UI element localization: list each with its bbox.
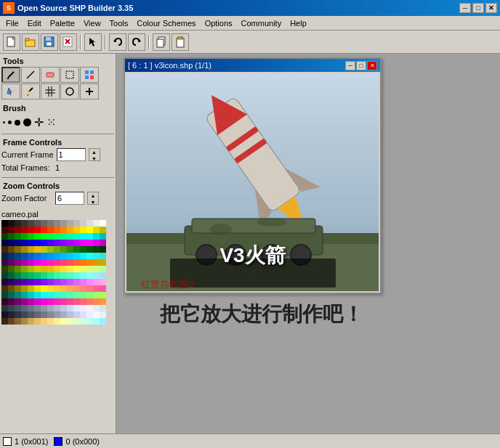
palette-cell[interactable]: [67, 220, 73, 227]
palette-cell[interactable]: [1, 311, 8, 318]
palette-cell[interactable]: [54, 272, 60, 279]
palette-cell[interactable]: [34, 253, 41, 259]
palette-cell[interactable]: [54, 305, 60, 311]
palette-cell[interactable]: [86, 246, 93, 253]
palette-cell[interactable]: [15, 318, 21, 325]
palette-cell[interactable]: [86, 227, 93, 233]
palette-cell[interactable]: [15, 233, 21, 240]
palette-cell[interactable]: [21, 285, 28, 292]
palette-cell[interactable]: [41, 318, 47, 325]
palette-cell[interactable]: [8, 272, 15, 279]
palette-cell[interactable]: [67, 272, 73, 279]
palette-cell[interactable]: [86, 285, 93, 292]
palette-cell[interactable]: [60, 298, 67, 305]
palette-cell[interactable]: [1, 233, 8, 240]
palette-cell[interactable]: [28, 227, 34, 233]
palette-cell[interactable]: [73, 240, 80, 246]
palette-cell[interactable]: [60, 246, 67, 253]
tool-fill[interactable]: [1, 84, 20, 99]
menu-community[interactable]: Community: [237, 17, 286, 29]
palette-cell[interactable]: [8, 227, 15, 233]
palette-cell[interactable]: [41, 272, 47, 279]
palette-cell[interactable]: [21, 279, 28, 285]
palette-cell[interactable]: [21, 272, 28, 279]
palette-cell[interactable]: [60, 220, 67, 227]
palette-cell[interactable]: [34, 285, 41, 292]
palette-cell[interactable]: [93, 220, 100, 227]
tool-plus[interactable]: [80, 84, 99, 99]
palette-cell[interactable]: [47, 298, 54, 305]
palette-cell[interactable]: [93, 292, 100, 298]
palette-cell[interactable]: [21, 233, 28, 240]
new-button[interactable]: [3, 33, 20, 51]
palette-cell[interactable]: [34, 246, 41, 253]
palette-cell[interactable]: [34, 259, 41, 266]
palette-cell[interactable]: [60, 305, 67, 311]
palette-cell[interactable]: [8, 266, 15, 272]
palette-cell[interactable]: [34, 240, 41, 246]
palette-cell[interactable]: [86, 318, 93, 325]
close-doc-button[interactable]: [60, 33, 77, 51]
palette-cell[interactable]: [93, 233, 100, 240]
palette-cell[interactable]: [21, 259, 28, 266]
palette-cell[interactable]: [80, 253, 86, 259]
palette-cell[interactable]: [8, 253, 15, 259]
palette-cell[interactable]: [15, 259, 21, 266]
palette-cell[interactable]: [21, 318, 28, 325]
palette-cell[interactable]: [67, 227, 73, 233]
palette-cell[interactable]: [73, 311, 80, 318]
palette-cell[interactable]: [86, 305, 93, 311]
palette-cell[interactable]: [93, 272, 100, 279]
palette-cell[interactable]: [60, 266, 67, 272]
palette-cell[interactable]: [93, 227, 100, 233]
palette-cell[interactable]: [80, 246, 86, 253]
palette-cell[interactable]: [73, 266, 80, 272]
zoom-factor-input[interactable]: [55, 192, 84, 205]
menu-help[interactable]: Help: [286, 17, 311, 29]
palette-cell[interactable]: [86, 220, 93, 227]
palette-cell[interactable]: [73, 318, 80, 325]
palette-cell[interactable]: [86, 298, 93, 305]
color2-box[interactable]: [54, 437, 62, 446]
palette-cell[interactable]: [34, 227, 41, 233]
palette-cell[interactable]: [28, 233, 34, 240]
palette-cell[interactable]: [54, 298, 60, 305]
zoom-spin-down-icon[interactable]: ▼: [88, 199, 98, 205]
palette-cell[interactable]: [93, 246, 100, 253]
palette-cell[interactable]: [47, 266, 54, 272]
palette-cell[interactable]: [47, 285, 54, 292]
palette-cell[interactable]: [15, 266, 21, 272]
minimize-button[interactable]: ─: [459, 3, 471, 13]
palette-cell[interactable]: [34, 272, 41, 279]
palette-cell[interactable]: [54, 240, 60, 246]
palette-cell[interactable]: [60, 318, 67, 325]
palette-cell[interactable]: [67, 266, 73, 272]
palette-cell[interactable]: [100, 318, 106, 325]
img-close-button[interactable]: ✕: [367, 61, 377, 70]
palette-cell[interactable]: [1, 227, 8, 233]
palette-cell[interactable]: [93, 285, 100, 292]
palette-cell[interactable]: [80, 279, 86, 285]
palette-cell[interactable]: [93, 259, 100, 266]
menu-tools[interactable]: Tools: [105, 17, 133, 29]
palette-cell[interactable]: [41, 253, 47, 259]
brush-small[interactable]: [8, 121, 12, 124]
palette-cell[interactable]: [93, 266, 100, 272]
palette-cell[interactable]: [47, 220, 54, 227]
palette-cell[interactable]: [47, 318, 54, 325]
palette-cell[interactable]: [93, 298, 100, 305]
palette-cell[interactable]: [73, 259, 80, 266]
zoom-factor-spinner[interactable]: ▲ ▼: [87, 192, 99, 205]
brush-spray[interactable]: ⁙: [47, 115, 56, 129]
palette-cell[interactable]: [28, 253, 34, 259]
palette-cell[interactable]: [21, 240, 28, 246]
img-minimize-button[interactable]: ─: [345, 61, 355, 70]
palette-cell[interactable]: [54, 220, 60, 227]
palette-cell[interactable]: [54, 285, 60, 292]
palette-cell[interactable]: [8, 240, 15, 246]
palette-cell[interactable]: [21, 266, 28, 272]
palette-cell[interactable]: [28, 279, 34, 285]
palette-cell[interactable]: [28, 259, 34, 266]
palette-cell[interactable]: [93, 240, 100, 246]
palette-cell[interactable]: [67, 233, 73, 240]
